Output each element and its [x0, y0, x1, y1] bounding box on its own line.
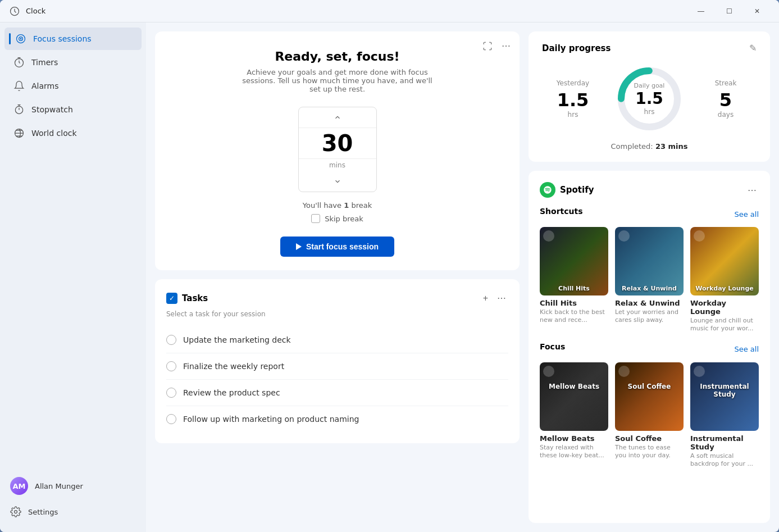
edit-goal-button[interactable]: ✎	[749, 43, 757, 53]
close-button[interactable]: ✕	[744, 2, 770, 20]
titlebar: Clock — ☐ ✕	[0, 0, 779, 22]
start-focus-session-button[interactable]: Start focus session	[280, 237, 394, 257]
active-indicator	[9, 33, 11, 44]
daily-goal-label: Daily goal	[634, 82, 665, 89]
task-radio-2[interactable]	[166, 388, 176, 398]
donut-center: Daily goal 1.5 hrs	[634, 82, 665, 116]
workday-lounge-dot	[694, 230, 705, 242]
time-up-button[interactable]	[299, 107, 376, 128]
window-controls: — ☐ ✕	[688, 2, 770, 20]
time-down-button[interactable]	[299, 171, 376, 192]
time-label: mins	[329, 159, 345, 171]
music-card-relax-unwind[interactable]: Relax & Unwind Relax & Unwind Let your w…	[615, 227, 684, 333]
chevron-down-icon	[334, 178, 341, 185]
relax-unwind-thumb-label: Relax & Unwind	[618, 285, 680, 292]
chill-hits-desc: Kick back to the best new and rece...	[540, 308, 608, 325]
sidebar-item-stopwatch[interactable]: Stopwatch	[4, 98, 142, 121]
music-card-chill-hits[interactable]: Chill Hits Chill Hits Kick back to the b…	[540, 227, 608, 333]
music-card-instrumental-study[interactable]: Instrumental Study Instrumental Study A …	[690, 362, 759, 469]
task-item-3[interactable]: Follow up with marketing on product nami…	[166, 406, 508, 432]
yesterday-label: Yesterday	[542, 79, 604, 87]
workday-lounge-image: Workday Lounge	[690, 227, 759, 295]
svg-point-6	[15, 511, 17, 513]
more-options-icon: ⋯	[502, 40, 511, 51]
chill-hits-image: Chill Hits	[540, 227, 608, 295]
user-item[interactable]: AM Allan Munger	[4, 471, 142, 501]
more-options-button[interactable]: ⋯	[499, 38, 513, 53]
tasks-card: ✓ Tasks + ⋯ Select a task for your sessi…	[155, 279, 520, 443]
daily-progress-title: Daily progress ✎	[542, 43, 757, 53]
sidebar-item-world-clock[interactable]: World clock	[4, 122, 142, 144]
task-radio-1[interactable]	[166, 361, 176, 371]
task-radio-0[interactable]	[166, 335, 176, 345]
task-item-1[interactable]: Finalize the weekly report	[166, 353, 508, 380]
sidebar-bottom: AM Allan Munger Settings	[0, 467, 146, 528]
soul-coffee-dot	[618, 366, 630, 377]
music-card-mellow-beats[interactable]: Mellow Beats Mellow Beats Stay relaxed w…	[540, 362, 608, 469]
world-clock-label: World clock	[31, 129, 77, 138]
task-item-0[interactable]: Update the marketing deck	[166, 327, 508, 353]
chevron-up-icon	[334, 113, 341, 121]
window-title: Clock	[26, 7, 45, 15]
break-info: You'll have 1 break	[303, 201, 372, 210]
app-window: Clock — ☐ ✕ Focus sessions	[0, 0, 779, 532]
daily-progress-card: Daily progress ✎ Yesterday 1.5 hrs	[529, 31, 770, 162]
chill-hits-name: Chill Hits	[540, 299, 608, 307]
time-display: 30	[299, 128, 376, 159]
music-card-soul-coffee[interactable]: Soul Coffee Soul Coffee The tunes to eas…	[615, 362, 684, 469]
settings-icon	[10, 506, 21, 517]
focus-see-all[interactable]: See all	[734, 345, 759, 353]
settings-item[interactable]: Settings	[4, 501, 142, 523]
focus-sessions-icon	[15, 33, 26, 44]
main-content: ⋯ Ready, set, focus! Achieve your goals …	[146, 22, 779, 532]
instrumental-dot	[694, 366, 705, 377]
yesterday-unit: hrs	[542, 111, 604, 119]
workday-lounge-thumb-label: Workday Lounge	[694, 285, 755, 292]
expand-icon-button[interactable]	[480, 38, 495, 53]
spotify-more-button[interactable]: ⋯	[745, 183, 759, 198]
sidebar-item-timers[interactable]: Timers	[4, 51, 142, 74]
skip-break-container: Skip break	[311, 214, 363, 223]
daily-goal-unit: hrs	[634, 108, 665, 116]
focus-sessions-label: Focus sessions	[33, 34, 92, 43]
task-radio-3[interactable]	[166, 414, 176, 424]
sidebar-item-focus-sessions[interactable]: Focus sessions	[4, 28, 142, 50]
mellow-beats-thumb-label: Mellow Beats	[540, 383, 608, 390]
streak-label: Streak	[695, 79, 757, 87]
sidebar: Focus sessions Timers Alarms	[0, 22, 146, 532]
settings-label: Settings	[28, 508, 58, 516]
chill-hits-thumb-label: Chill Hits	[543, 285, 605, 292]
add-task-button[interactable]: +	[481, 291, 490, 306]
alarms-label: Alarms	[31, 81, 59, 90]
avatar: AM	[10, 477, 28, 495]
shortcuts-see-all[interactable]: See all	[734, 210, 759, 219]
task-item-2[interactable]: Review the product spec	[166, 380, 508, 406]
mellow-beats-name: Mellow Beats	[540, 434, 608, 443]
task-label-1: Finalize the weekly report	[183, 362, 284, 371]
soul-coffee-image: Soul Coffee	[615, 362, 684, 431]
relax-unwind-thumb: Relax & Unwind	[615, 227, 684, 295]
relax-unwind-image: Relax & Unwind	[615, 227, 684, 295]
alarms-icon	[13, 80, 25, 92]
shortcuts-grid: Chill Hits Chill Hits Kick back to the b…	[540, 227, 759, 333]
workday-lounge-thumb: Workday Lounge	[690, 227, 759, 295]
minimize-button[interactable]: —	[688, 2, 714, 20]
tasks-subtitle: Select a task for your session	[166, 310, 508, 318]
progress-stats: Yesterday 1.5 hrs	[542, 62, 757, 135]
instrumental-name: Instrumental Study	[690, 434, 759, 451]
streak-unit: days	[695, 111, 757, 119]
skip-break-checkbox[interactable]	[311, 214, 320, 223]
maximize-button[interactable]: ☐	[716, 2, 742, 20]
skip-break-label: Skip break	[325, 215, 363, 223]
task-label-0: Update the marketing deck	[183, 335, 291, 344]
timers-icon	[13, 57, 25, 68]
sidebar-item-alarms[interactable]: Alarms	[4, 75, 142, 97]
user-name: Allan Munger	[35, 482, 83, 490]
focus-card-topbar: ⋯	[480, 38, 513, 53]
tasks-more-button[interactable]: ⋯	[495, 290, 508, 306]
shortcuts-label: Shortcuts	[540, 207, 583, 216]
focus-label: Focus	[540, 342, 565, 351]
music-card-workday-lounge[interactable]: Workday Lounge Workday Lounge Lounge and…	[690, 227, 759, 333]
completed-value: 23 mins	[655, 142, 688, 151]
donut-chart: Daily goal 1.5 hrs	[613, 62, 686, 135]
